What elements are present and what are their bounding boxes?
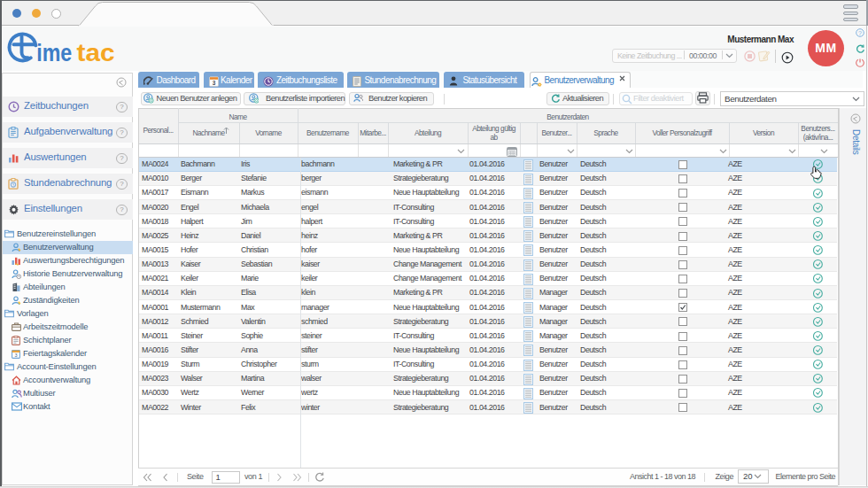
svg-text:?: ? bbox=[858, 30, 862, 36]
svg-text:ime: ime bbox=[36, 39, 72, 66]
svg-text:tac: tac bbox=[77, 39, 115, 66]
svg-text:3: 3 bbox=[14, 352, 17, 357]
svg-text:3: 3 bbox=[212, 79, 215, 85]
